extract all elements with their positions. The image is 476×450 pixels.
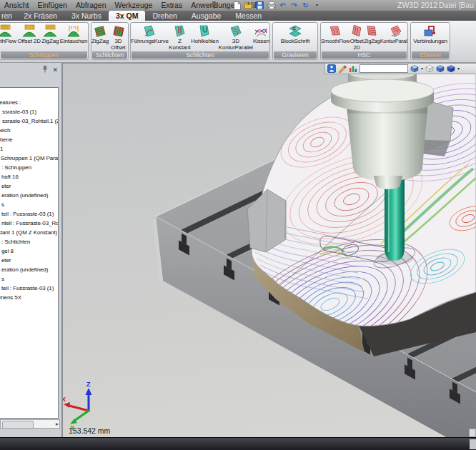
menu-werkzeuge[interactable]: Werkzeuge [111, 0, 157, 11]
tree-item[interactable]: s [0, 274, 58, 284]
tab-3x-qm[interactable]: 3x QM [109, 11, 146, 21]
tree-item[interactable]: : Schruppen [0, 163, 58, 172]
tree-item[interactable]: ssraste-03_Rohteil.1 (2) [0, 116, 58, 126]
tree-item[interactable]: eich [0, 126, 58, 135]
pin-icon[interactable] [209, 1, 219, 10]
kissen-button[interactable]: Kissen [253, 24, 269, 45]
offset-2d-rough-button[interactable]: Offset 2D [17, 24, 40, 45]
save-icon[interactable] [255, 1, 264, 10]
tree-item[interactable]: ssraste-03 (1) [0, 107, 58, 116]
tree-item[interactable]: : Schlichten [0, 237, 58, 246]
shaded-display-dropdown-icon[interactable]: ▾ [421, 64, 423, 74]
tree-item[interactable]: haft 16 [0, 172, 58, 181]
offset-3d-finish-button[interactable]: 3D Offset [109, 24, 128, 51]
tree-item[interactable]: mens 5X [0, 293, 58, 302]
menu-extras[interactable]: Extras [157, 0, 187, 11]
tab-messen[interactable]: Messen [228, 11, 269, 21]
blockschrift-icon [287, 24, 303, 38]
zw3d-window: { "window": { "menu_items": ["Ansicht", … [0, 0, 476, 450]
tree-item[interactable]: s [0, 200, 58, 209]
kontur-parallel-3d-button[interactable]: 3D KonturParallel [219, 24, 253, 51]
view-orient-icon[interactable] [447, 64, 455, 73]
wireframe-display-icon[interactable] [425, 64, 434, 73]
smoothflow-rough-button[interactable]: oothFlow [0, 24, 16, 45]
hsc-offset-2d-button[interactable]: Offset 2D [349, 24, 364, 51]
tree-item[interactable]: eration (undefined) [0, 265, 58, 274]
panel-pin-icon[interactable] [42, 66, 48, 74]
new-file-icon[interactable] [232, 1, 242, 10]
viewport-3d[interactable]: Z X Y ▾ ▾ 153.542 mm [63, 63, 476, 437]
hsc-smoothflow-button[interactable]: SmoothFlow [321, 24, 349, 45]
menubar: Ansicht Einfügen Abfragen Werkzeuge Extr… [0, 0, 476, 11]
zigzag-rough-icon [43, 24, 57, 38]
hsc-zigzag-button[interactable]: ZigZag [364, 24, 380, 45]
ribbon: oothFlow Offset 2D ZigZag Eintauchen Sch… [0, 21, 476, 63]
shaded-display-icon[interactable] [410, 64, 419, 73]
hsc-konturparallel-button[interactable]: KonturParallel [380, 24, 408, 45]
ribbon-group-gravieren: BlockSchrift Gravieren [272, 22, 318, 60]
tree-item[interactable]: nteil : Fussraste-03_Rohteil. [0, 219, 58, 228]
kissen-icon [254, 24, 268, 38]
z-konstant-button[interactable]: Z Konstant [169, 24, 191, 51]
resize-grip[interactable] [470, 439, 476, 449]
scrollbar-right-arrow-icon[interactable]: ▸ [56, 420, 59, 428]
undo-icon[interactable]: ↶ [278, 1, 287, 10]
verbindungen-button[interactable]: Verbindungen [413, 24, 447, 45]
scrollbar-thumb[interactable] [2, 421, 34, 429]
zigzag-rough-button[interactable]: ZigZag [41, 24, 59, 45]
ribbon-group-hsc: SmoothFlow Offset 2D ZigZag KonturParall… [320, 22, 408, 60]
tree-item[interactable]: gel 8 [0, 246, 58, 256]
shade-all-icon[interactable] [436, 64, 445, 73]
eintauchen-button[interactable]: Eintauchen [60, 24, 88, 45]
tree-horizontal-scrollbar[interactable]: ▸ [0, 419, 60, 429]
ribbon-group-schlichten-1: ZigZag 3D Offset Schlichten [91, 22, 129, 60]
tree-item[interactable]: l Schruppen 1 (QM Paralle [0, 154, 58, 163]
tab-2x-fraesen[interactable]: 2x Fräsen [16, 11, 64, 21]
toolbar-overflow-icon[interactable]: ▾ [312, 1, 322, 10]
walkthrough-icon[interactable] [327, 64, 336, 73]
viewport-3d-scene[interactable]: Z X Y [63, 64, 476, 437]
app-title: ZW3D 2012 [397, 1, 437, 9]
tree-item[interactable]: eter [0, 256, 58, 265]
axis-label-x: X [63, 396, 66, 403]
tree-item[interactable]: eter [0, 181, 58, 191]
tree-item[interactable]: teil : Fussraste-03 (1) [0, 284, 58, 293]
zigzag-finish-button[interactable]: ZigZag [91, 24, 109, 45]
tree-item[interactable]: eration (undefined) [0, 191, 58, 200]
quick-access-toolbar: ⋮ ↶ ↷ ↻ ▾ [209, 0, 322, 11]
tree-item[interactable]: 1 [0, 144, 58, 154]
print-icon[interactable] [267, 1, 276, 10]
hsc-smoothflow-icon [328, 24, 342, 38]
ribbon-group-schlichten-2: FührungsKurve Z Konstant Hohlkehlen 3D K… [130, 22, 270, 60]
tree-item[interactable]: teil : Fussraste-03 (1) [0, 209, 58, 219]
blockschrift-button[interactable]: BlockSchrift [281, 24, 309, 45]
tree-item[interactable]: bene [0, 135, 58, 144]
document-title: Datei [Bau [439, 1, 474, 9]
redline-pencil-icon[interactable] [338, 64, 347, 73]
redo-icon[interactable]: ↷ [289, 1, 299, 10]
group-title-schlichten-2: Schlichten [132, 51, 269, 59]
group-title-gravieren: Gravieren [274, 51, 317, 59]
manager-panel: ✕ eatures : ssraste-03 (1) ssraste-03_Ro… [0, 63, 63, 437]
menu-abfragen[interactable]: Abfragen [71, 0, 111, 11]
tree-item[interactable]: eatures : [0, 98, 58, 107]
menu-ansicht[interactable]: Ansicht [0, 0, 33, 11]
regenerate-icon[interactable]: ↻ [301, 1, 310, 10]
viewport-scroll-corner[interactable] [469, 429, 476, 437]
scale-readout: 153.542 mm [69, 426, 110, 435]
tab-drehen[interactable]: Drehen [145, 11, 184, 21]
display-stats-icon[interactable] [349, 64, 357, 73]
view-orient-dropdown-icon[interactable]: ▾ [457, 64, 460, 74]
tab-3x-nurbs[interactable]: 3x Nurbs [64, 11, 109, 21]
tab-ausgabe[interactable]: Ausgabe [184, 11, 228, 21]
axis-label-z: Z [86, 381, 91, 388]
menu-einfuegen[interactable]: Einfügen [33, 0, 71, 11]
view-name-combo[interactable] [360, 64, 408, 73]
hsc-konturparallel-icon [389, 24, 403, 38]
open-file-icon[interactable] [244, 1, 253, 10]
panel-close-icon[interactable]: ✕ [52, 66, 58, 74]
tab-bohren[interactable]: ren [0, 11, 16, 21]
fuehrungskurve-button[interactable]: FührungsKurve [131, 24, 169, 45]
hohlkehlen-button[interactable]: Hohlkehlen [191, 24, 219, 45]
tree-item[interactable]: stant 1 (QM Z Konstant) [0, 228, 58, 237]
